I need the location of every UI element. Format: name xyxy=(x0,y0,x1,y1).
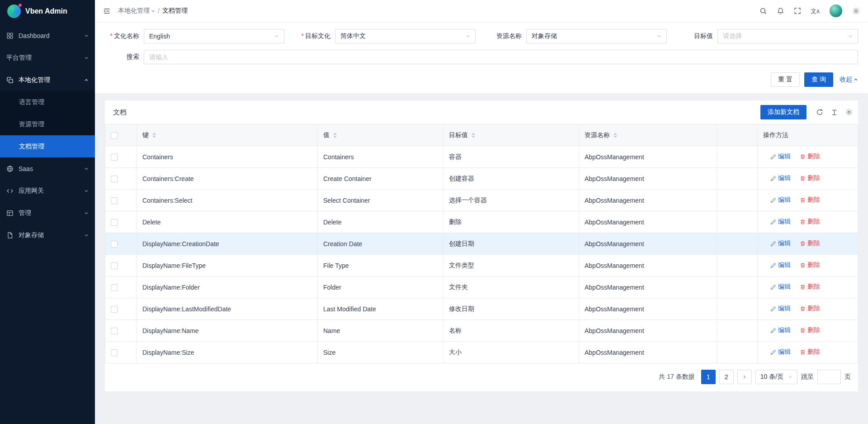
table-row[interactable]: DisplayName:Name Name 名称 AbpOssManagemen… xyxy=(105,320,858,342)
row-checkbox[interactable] xyxy=(111,154,118,161)
delete-button[interactable]: 删除 xyxy=(800,283,820,291)
translate-icon[interactable]: 文A xyxy=(811,8,820,14)
row-checkbox[interactable] xyxy=(111,219,118,226)
edit-button[interactable]: 编辑 xyxy=(770,348,791,356)
target-culture-select[interactable]: 简体中文 xyxy=(335,29,476,43)
row-checkbox[interactable] xyxy=(111,176,118,182)
cell-key: Containers:Create xyxy=(137,168,318,190)
cell-actions: 编辑 删除 xyxy=(758,211,858,233)
page-size-select[interactable]: 10 条/页 xyxy=(755,370,797,384)
sidebar-item-document-management[interactable]: 文档管理 xyxy=(0,135,95,157)
table-row[interactable]: Containers:Create Create Container 创建容器 … xyxy=(105,168,858,190)
saas-icon xyxy=(6,165,14,172)
edit-button[interactable]: 编辑 xyxy=(770,305,791,313)
culture-name-select[interactable]: English xyxy=(144,29,284,43)
sidebar-item-object-storage[interactable]: 对象存储 xyxy=(0,224,95,246)
avatar[interactable] xyxy=(829,4,843,18)
resource-name-select[interactable]: 对象存储 xyxy=(526,29,667,43)
sidebar-item-saas[interactable]: Saas xyxy=(0,157,95,180)
query-button[interactable]: 查 询 xyxy=(804,72,833,87)
table-row[interactable]: Containers Containers 容器 AbpOssManagemen… xyxy=(105,146,858,168)
delete-button[interactable]: 删除 xyxy=(800,326,820,334)
sidebar-item-label: Saas xyxy=(19,165,33,172)
app-title: Vben Admin xyxy=(25,7,67,15)
row-checkbox[interactable] xyxy=(111,349,118,356)
delete-button[interactable]: 删除 xyxy=(800,196,820,204)
jump-page-input[interactable] xyxy=(817,370,841,384)
delete-button[interactable]: 删除 xyxy=(800,305,820,313)
edit-button[interactable]: 编辑 xyxy=(770,152,791,161)
edit-button[interactable]: 编辑 xyxy=(770,283,791,291)
sidebar-item-language-management[interactable]: 语言管理 xyxy=(0,91,95,113)
edit-button[interactable]: 编辑 xyxy=(770,261,791,269)
row-checkbox[interactable] xyxy=(111,306,118,313)
search-field: 搜索 xyxy=(105,50,858,64)
sort-icon[interactable] xyxy=(472,133,475,138)
chevron-down-icon xyxy=(84,167,89,171)
sidebar-item-platform[interactable]: 平台管理 xyxy=(0,47,95,69)
row-checkbox[interactable] xyxy=(111,241,118,248)
page-button-2[interactable]: 2 xyxy=(719,370,734,384)
sidebar-item-dashboard[interactable]: Dashboard xyxy=(0,24,95,47)
sidebar-item-gateway[interactable]: 应用网关 xyxy=(0,180,95,202)
edit-button[interactable]: 编辑 xyxy=(770,326,791,334)
search-icon[interactable] xyxy=(760,7,767,15)
chevron-down-icon xyxy=(788,375,793,379)
sidebar-item-resource-management[interactable]: 资源管理 xyxy=(0,113,95,135)
search-input[interactable] xyxy=(144,50,858,64)
app-logo[interactable]: Vben Admin xyxy=(0,0,95,23)
next-page-button[interactable] xyxy=(737,370,752,384)
table-row[interactable]: DisplayName:CreationDate Creation Date 创… xyxy=(105,233,858,255)
breadcrumb-parent[interactable]: 本地化管理 xyxy=(118,7,155,15)
target-value-select[interactable]: 请选择 xyxy=(717,29,858,43)
culture-name-field: *文化名称 English xyxy=(105,29,284,43)
cell-value: File Type xyxy=(318,255,443,276)
column-header-value[interactable]: 值 xyxy=(318,124,443,146)
row-checkbox[interactable] xyxy=(111,262,118,269)
row-checkbox[interactable] xyxy=(111,197,118,204)
table-row[interactable]: DisplayName:Folder Folder 文件夹 AbpOssMana… xyxy=(105,276,858,298)
delete-button[interactable]: 删除 xyxy=(800,239,820,248)
collapse-filters-link[interactable]: 收起 xyxy=(840,76,858,84)
sidebar-item-management[interactable]: 管理 xyxy=(0,202,95,224)
fullscreen-icon[interactable] xyxy=(794,7,801,14)
select-all-checkbox[interactable] xyxy=(111,132,118,139)
collapse-sidebar-icon[interactable] xyxy=(103,7,111,15)
reset-button[interactable]: 重 置 xyxy=(771,72,800,87)
table-row[interactable]: Containers:Select Select Container 选择一个容… xyxy=(105,190,858,211)
pagination-total: 共 17 条数据 xyxy=(659,373,694,381)
edit-button[interactable]: 编辑 xyxy=(770,218,791,226)
sidebar-item-localization[interactable]: 本地化管理 xyxy=(0,69,95,91)
sort-icon[interactable] xyxy=(613,133,617,138)
refresh-icon[interactable] xyxy=(816,109,823,116)
settings-icon[interactable] xyxy=(852,7,860,15)
row-checkbox[interactable] xyxy=(111,284,118,291)
add-document-button[interactable]: 添加新文档 xyxy=(760,105,807,119)
column-header-target[interactable]: 目标值 xyxy=(443,124,579,146)
edit-button[interactable]: 编辑 xyxy=(770,174,791,182)
delete-button[interactable]: 删除 xyxy=(800,174,820,182)
table-row[interactable]: DisplayName:Size Size 大小 AbpOssManagemen… xyxy=(105,342,858,363)
cell-value: Name xyxy=(318,320,443,342)
page-button-1[interactable]: 1 xyxy=(701,370,716,384)
delete-button[interactable]: 删除 xyxy=(800,348,820,356)
column-header-resource[interactable]: 资源名称 xyxy=(579,124,717,146)
delete-button[interactable]: 删除 xyxy=(800,152,820,161)
sort-icon[interactable] xyxy=(333,133,337,138)
zoom-icon[interactable] xyxy=(831,109,838,116)
column-settings-icon[interactable] xyxy=(845,109,853,116)
table-row[interactable]: DisplayName:LastModifiedDate Last Modifi… xyxy=(105,298,858,320)
sort-icon[interactable] xyxy=(152,133,156,138)
table-row[interactable]: DisplayName:FileType File Type 文件类型 AbpO… xyxy=(105,255,858,276)
cell-resource-name: AbpOssManagement xyxy=(579,298,717,320)
row-checkbox[interactable] xyxy=(111,328,118,334)
bell-icon[interactable] xyxy=(777,7,784,15)
table-row[interactable]: Delete Delete 删除 AbpOssManagement 编辑 xyxy=(105,211,858,233)
edit-button[interactable]: 编辑 xyxy=(770,196,791,204)
edit-button[interactable]: 编辑 xyxy=(770,239,791,248)
cell-target-value: 大小 xyxy=(443,342,579,363)
column-header-key[interactable]: 键 xyxy=(137,124,318,146)
gateway-icon xyxy=(6,187,14,195)
delete-button[interactable]: 删除 xyxy=(800,218,820,226)
delete-button[interactable]: 删除 xyxy=(800,261,820,269)
